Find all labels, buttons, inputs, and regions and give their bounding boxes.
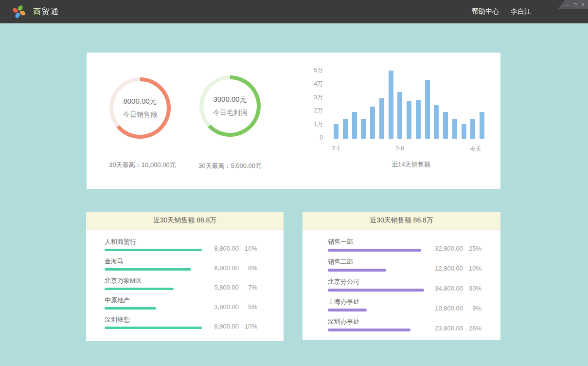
window-controls: — □ ×	[558, 0, 588, 9]
trend-bar	[407, 101, 411, 139]
customer-sales-bar	[105, 249, 202, 251]
department-percent: 9%	[463, 305, 481, 312]
user-menu[interactable]: 李白江	[511, 7, 531, 16]
department-percent: 10%	[463, 265, 481, 272]
x-tick-first: 7-1	[332, 145, 340, 152]
app-logo-icon	[12, 4, 26, 19]
department-sales-bar	[328, 269, 386, 272]
y-tick: 1万	[314, 121, 323, 128]
trend-bar	[416, 100, 421, 139]
customer-row: 中原地产 3,800.005%	[105, 296, 257, 315]
x-tick-mid: 7-8	[395, 145, 404, 152]
trend-chart-caption: 近14天销售额	[336, 160, 486, 169]
customer-percent: 8%	[239, 264, 257, 272]
customer-sales-panel: 近30天销售额 86.8万 人和商贸行 8,800.0010% 金海马 6,80…	[86, 212, 284, 341]
y-tick: 0	[320, 134, 323, 141]
customer-amount: 6,800.00	[204, 264, 239, 272]
department-amount: 12,800.00	[428, 265, 463, 272]
trend-bar	[443, 112, 448, 139]
customer-row: 深圳联想 8,800.0010%	[105, 315, 257, 334]
help-center-link[interactable]: 帮助中心	[472, 7, 499, 16]
department-sales-panel: 近30天销售额 86.8万 销售一部 32,800.0025% 销售二部 12,…	[303, 212, 500, 340]
y-tick: 2万	[314, 107, 323, 114]
app-title: 商贸通	[33, 7, 59, 17]
trend-bar	[334, 124, 339, 139]
customer-sales-bar	[105, 327, 202, 329]
trend-bar	[352, 112, 357, 139]
customer-sales-bar	[105, 288, 174, 290]
department-percent: 26%	[463, 325, 481, 332]
trend-bar	[452, 119, 457, 139]
department-row: 销售一部 32,800.0025%	[328, 238, 481, 257]
today-sales-value: 8000.00元	[123, 97, 157, 106]
department-sales-bar	[328, 329, 410, 331]
department-sales-bar	[328, 309, 367, 311]
titlebar: 商贸通 帮助中心 李白江 — □ ×	[0, 0, 588, 23]
close-button[interactable]: ×	[581, 2, 584, 7]
department-row: 上海办事处 10,800.009%	[328, 297, 481, 317]
trend-bar	[389, 71, 393, 139]
app-window: 商贸通 帮助中心 李白江 — □ × 8000.00元 今日销售额 30天最高：…	[0, 0, 588, 366]
department-sales-bar	[328, 249, 421, 252]
today-profit-donut: 3000.00元 今日毛利润	[199, 75, 261, 137]
customer-row: 金海马 6,800.008%	[105, 257, 257, 276]
customer-sales-bar	[105, 268, 191, 271]
y-tick: 4万	[314, 80, 323, 87]
trend-bar	[425, 80, 430, 139]
customer-amount: 5,800.00	[204, 284, 239, 291]
trend-bar	[462, 124, 466, 139]
customer-percent: 10%	[239, 245, 257, 252]
minimize-button[interactable]: —	[565, 2, 570, 7]
y-tick: 5万	[314, 67, 323, 73]
maximize-button[interactable]: □	[574, 2, 577, 7]
department-row: 深圳办事处 23,800.0026%	[328, 317, 481, 337]
department-amount: 23,800.00	[428, 325, 463, 332]
trend-y-axis: 5万 4万 3万 2万 1万 0	[281, 67, 323, 141]
department-percent: 30%	[463, 285, 481, 292]
department-percent: 25%	[463, 245, 481, 252]
customer-row: 北京万象MIX 5,800.007%	[105, 276, 257, 295]
x-tick-today: 今天	[470, 145, 481, 153]
customer-amount: 8,800.00	[204, 323, 239, 330]
trend-bar	[470, 119, 475, 139]
department-row: 北京分公司 34,800.0030%	[328, 277, 481, 297]
customer-panel-title: 近30天销售额 86.8万	[86, 212, 284, 230]
trend-bars	[334, 69, 484, 139]
trend-bar	[361, 119, 366, 139]
profit-30d-max-note: 30天最高：5,000.00元	[174, 162, 286, 170]
trend-bar	[480, 112, 484, 139]
customer-amount: 3,800.00	[204, 303, 239, 311]
overview-card: 8000.00元 今日销售额 30天最高：10,000.00元 3000.00元…	[87, 53, 500, 189]
department-panel-title: 近30天销售额 86.8万	[303, 212, 500, 230]
trend-bar	[379, 98, 384, 139]
trend-bar	[397, 92, 402, 139]
today-sales-donut: 8000.00元 今日销售额	[109, 77, 171, 139]
customer-percent: 5%	[239, 303, 257, 311]
y-tick: 3万	[314, 94, 323, 101]
department-amount: 10,800.00	[428, 305, 463, 312]
trend-bar	[370, 107, 375, 139]
department-row: 销售二部 12,800.0010%	[328, 257, 481, 277]
customer-percent: 10%	[239, 323, 257, 330]
trend-bar	[343, 119, 348, 139]
customer-amount: 8,800.00	[204, 245, 239, 252]
today-sales-label: 今日销售额	[123, 110, 157, 119]
trend-bar	[434, 105, 439, 139]
today-profit-value: 3000.00元	[213, 95, 247, 104]
department-amount: 34,800.00	[428, 285, 463, 292]
customer-row: 人和商贸行 8,800.0010%	[105, 238, 257, 256]
customer-percent: 7%	[239, 284, 257, 291]
today-profit-label: 今日毛利润	[213, 109, 247, 117]
department-sales-bar	[328, 289, 424, 292]
department-amount: 32,800.00	[428, 245, 463, 252]
customer-sales-bar	[105, 307, 156, 310]
